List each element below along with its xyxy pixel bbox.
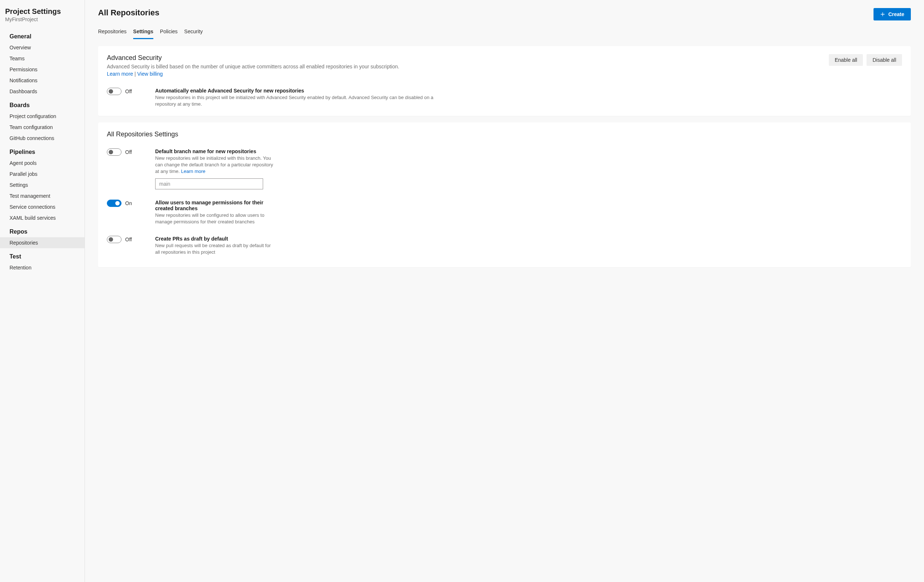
default-branch-toggle-label: Off bbox=[125, 149, 132, 155]
tab-repositories[interactable]: Repositories bbox=[98, 26, 127, 39]
sidebar-section-title: Test bbox=[0, 248, 84, 262]
draft-pr-title: Create PRs as draft by default bbox=[155, 236, 276, 242]
enable-all-button[interactable]: Enable all bbox=[829, 54, 863, 66]
advanced-security-card: Advanced Security Advanced Security is b… bbox=[98, 46, 911, 116]
sidebar-item-overview[interactable]: Overview bbox=[0, 42, 84, 53]
repo-settings-title: All Repositories Settings bbox=[107, 130, 902, 138]
sidebar: Project Settings MyFirstProject GeneralO… bbox=[0, 0, 85, 582]
sidebar-item-agent-pools[interactable]: Agent pools bbox=[0, 158, 84, 169]
page-title: All Repositories bbox=[98, 8, 159, 18]
manage-perms-setting: On Allow users to manage permissions for… bbox=[107, 200, 902, 225]
learn-more-link[interactable]: Learn more bbox=[107, 71, 133, 77]
sidebar-section-title: Repos bbox=[0, 224, 84, 237]
advanced-security-header: Advanced Security Advanced Security is b… bbox=[107, 54, 902, 77]
main-content: All Repositories Create RepositoriesSett… bbox=[85, 0, 924, 582]
draft-pr-desc: New pull requests will be created as dra… bbox=[155, 242, 276, 256]
sidebar-project-name: MyFirstProject bbox=[5, 16, 79, 22]
tab-security[interactable]: Security bbox=[184, 26, 203, 39]
sidebar-item-parallel-jobs[interactable]: Parallel jobs bbox=[0, 169, 84, 179]
sidebar-item-teams[interactable]: Teams bbox=[0, 53, 84, 64]
sidebar-item-notifications[interactable]: Notifications bbox=[0, 75, 84, 86]
disable-all-button[interactable]: Disable all bbox=[866, 54, 902, 66]
sidebar-section-title: Pipelines bbox=[0, 144, 84, 158]
page-header: All Repositories Create bbox=[98, 8, 911, 20]
default-branch-input[interactable] bbox=[155, 178, 263, 189]
auto-enable-setting: Off Automatically enable Advanced Securi… bbox=[107, 88, 902, 107]
default-branch-setting: Off Default branch name for new reposito… bbox=[107, 148, 902, 190]
manage-perms-toggle[interactable] bbox=[107, 200, 122, 207]
create-button-label: Create bbox=[888, 12, 904, 17]
repo-settings-card: All Repositories Settings Off Default br… bbox=[98, 122, 911, 267]
manage-perms-toggle-label: On bbox=[125, 201, 132, 206]
create-button[interactable]: Create bbox=[873, 8, 911, 20]
sidebar-item-retention[interactable]: Retention bbox=[0, 262, 84, 273]
sidebar-section-title: Boards bbox=[0, 97, 84, 111]
default-branch-learn-more-link[interactable]: Learn more bbox=[181, 169, 205, 174]
sidebar-title: Project Settings bbox=[5, 7, 79, 16]
sidebar-item-project-configuration[interactable]: Project configuration bbox=[0, 111, 84, 122]
auto-enable-toggle-label: Off bbox=[125, 89, 132, 94]
view-billing-link[interactable]: View billing bbox=[137, 71, 163, 77]
sidebar-item-test-management[interactable]: Test management bbox=[0, 191, 84, 201]
sidebar-item-dashboards[interactable]: Dashboards bbox=[0, 86, 84, 97]
draft-pr-toggle-label: Off bbox=[125, 237, 132, 242]
sidebar-item-permissions[interactable]: Permissions bbox=[0, 64, 84, 75]
draft-pr-toggle[interactable] bbox=[107, 236, 122, 243]
tab-policies[interactable]: Policies bbox=[160, 26, 178, 39]
sidebar-item-github-connections[interactable]: GitHub connections bbox=[0, 133, 84, 144]
default-branch-desc: New repositories will be initialized wit… bbox=[155, 155, 276, 175]
tab-settings[interactable]: Settings bbox=[133, 26, 153, 39]
auto-enable-desc: New repositories in this project will be… bbox=[155, 94, 455, 107]
sidebar-item-team-configuration[interactable]: Team configuration bbox=[0, 122, 84, 133]
auto-enable-toggle[interactable] bbox=[107, 88, 122, 95]
draft-pr-setting: Off Create PRs as draft by default New p… bbox=[107, 236, 902, 256]
tabs: RepositoriesSettingsPoliciesSecurity bbox=[98, 26, 911, 39]
sidebar-item-xaml-build-services[interactable]: XAML build services bbox=[0, 212, 84, 224]
plus-icon bbox=[880, 12, 885, 17]
default-branch-title: Default branch name for new repositories bbox=[155, 148, 276, 154]
manage-perms-desc: New repositories will be configured to a… bbox=[155, 212, 276, 225]
auto-enable-title: Automatically enable Advanced Security f… bbox=[155, 88, 455, 94]
sidebar-item-settings[interactable]: Settings bbox=[0, 179, 84, 191]
sidebar-item-repositories[interactable]: Repositories bbox=[0, 237, 84, 248]
default-branch-toggle[interactable] bbox=[107, 148, 122, 156]
advanced-security-title: Advanced Security bbox=[107, 54, 399, 62]
sidebar-item-service-connections[interactable]: Service connections bbox=[0, 201, 84, 212]
advanced-security-desc: Advanced Security is billed based on the… bbox=[107, 63, 399, 77]
manage-perms-title: Allow users to manage permissions for th… bbox=[155, 200, 276, 211]
sidebar-header: Project Settings MyFirstProject bbox=[0, 7, 84, 28]
sidebar-section-title: General bbox=[0, 28, 84, 42]
